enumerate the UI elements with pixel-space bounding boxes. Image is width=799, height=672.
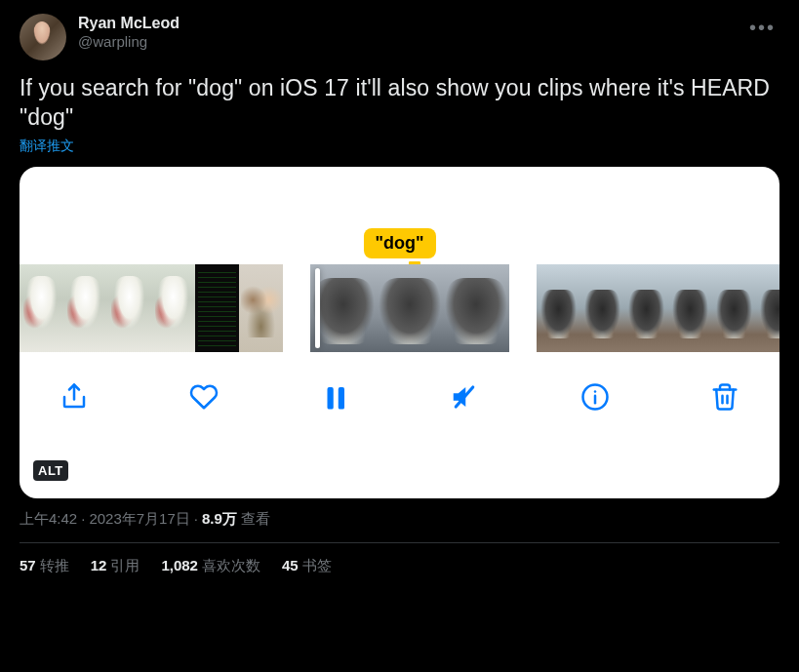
svg-rect-1: [327, 387, 333, 410]
likes-stat[interactable]: 1,082喜欢次数: [161, 557, 260, 575]
clip-thumbnail: [239, 264, 283, 352]
media-top: "dog": [20, 167, 779, 264]
search-tooltip: "dog": [363, 228, 435, 258]
bookmarks-stat[interactable]: 45书签: [282, 557, 332, 575]
tweet-header: Ryan McLeod @warpling •••: [20, 14, 779, 60]
media-controls: [20, 352, 779, 415]
tweet-stats: 57转推 12引用 1,082喜欢次数 45书签: [20, 543, 779, 575]
tweet-meta: 上午4:42·2023年7月17日·8.9万 查看: [20, 510, 779, 543]
quotes-stat[interactable]: 12引用: [91, 557, 140, 575]
clip-group-2[interactable]: [310, 264, 509, 352]
clip-thumbnail: [537, 264, 580, 352]
clip-group-3[interactable]: [537, 264, 779, 352]
clip-thumbnail: [756, 264, 779, 352]
clip-thumbnail: [107, 264, 151, 352]
more-menu-icon[interactable]: •••: [745, 14, 779, 41]
author-names[interactable]: Ryan McLeod @warpling: [78, 14, 180, 52]
clip-thumbnail: [580, 264, 624, 352]
clip-group-1[interactable]: [20, 264, 283, 352]
clip-thumbnail: [310, 264, 377, 352]
translate-link[interactable]: 翻译推文: [20, 138, 74, 155]
avatar[interactable]: [20, 14, 66, 60]
svg-rect-2: [339, 387, 344, 410]
clip-thumbnail: [20, 264, 63, 352]
clips-row: [20, 264, 779, 352]
share-icon[interactable]: [57, 379, 92, 415]
clip-thumbnail: [624, 264, 668, 352]
display-name: Ryan McLeod: [78, 14, 180, 33]
info-icon[interactable]: [578, 379, 613, 415]
pause-icon[interactable]: [317, 379, 352, 415]
views-label: 查看: [241, 510, 270, 527]
clip-thumbnail: [63, 264, 107, 352]
clip-thumbnail: [151, 264, 195, 352]
mute-icon[interactable]: [447, 379, 482, 415]
playhead[interactable]: [315, 268, 320, 348]
tweet-container: Ryan McLeod @warpling ••• If you search …: [0, 0, 799, 585]
retweets-stat[interactable]: 57转推: [20, 557, 69, 575]
clip-thumbnail: [195, 264, 239, 352]
svg-point-6: [593, 390, 596, 393]
tweet-text: If you search for "dog" on iOS 17 it'll …: [20, 74, 779, 133]
handle: @warpling: [78, 33, 180, 52]
trash-icon[interactable]: [707, 379, 742, 415]
clip-thumbnail: [712, 264, 756, 352]
tweet-time[interactable]: 上午4:42: [20, 510, 77, 527]
clip-thumbnail: [668, 264, 712, 352]
clip-thumbnail: [443, 264, 509, 352]
clip-thumbnail: [377, 264, 443, 352]
alt-badge[interactable]: ALT: [33, 460, 68, 481]
heart-icon[interactable]: [186, 379, 221, 415]
media-card[interactable]: "dog": [20, 167, 779, 498]
tweet-date[interactable]: 2023年7月17日: [89, 510, 189, 527]
views-count[interactable]: 8.9万: [202, 510, 237, 527]
